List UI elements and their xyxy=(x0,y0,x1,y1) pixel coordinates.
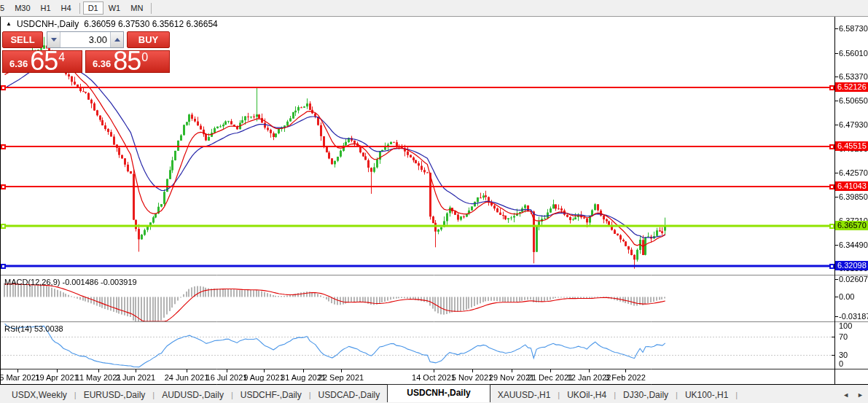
price-axis-label: 6.34490 xyxy=(839,240,868,249)
toolbar-separator xyxy=(151,3,152,14)
timeframe-button-mn[interactable]: MN xyxy=(125,1,148,15)
macd-indicator-label: MACD(12,26,9) -0.001486 -0.003919 xyxy=(4,278,137,286)
rsi-axis-label: 100 xyxy=(839,321,852,330)
one-click-trade-widget: SELL BUY 6.36 65 4 6.36 85 0 xyxy=(2,31,170,73)
symbol-tab-bar: USDX,Weekly|EURUSD-,Daily|AUDUSD-,Daily|… xyxy=(0,385,868,403)
timeframe-button-h4[interactable]: H4 xyxy=(56,1,77,15)
time-axis-label: 25 Mar 2021 xyxy=(0,373,40,382)
volume-decrease-button[interactable] xyxy=(47,32,60,47)
volume-spinner xyxy=(47,31,124,48)
tick-direction-up-icon: ▲ xyxy=(6,20,12,28)
tab-ukoil-h4[interactable]: UKOil-,H4 xyxy=(560,390,614,400)
rsi-indicator-label: RSI(14) 53.0038 xyxy=(4,324,63,333)
tab-usdcnh-daily[interactable]: USDCNH-,Daily xyxy=(387,384,490,402)
time-axis-label: 2 Jun 2021 xyxy=(116,373,155,382)
tab-usdx-weekly[interactable]: USDX,Weekly xyxy=(4,390,74,400)
volume-increase-button[interactable] xyxy=(110,32,123,47)
timeframe-buttons: 5M30H1H4D1W1MN xyxy=(0,0,155,16)
time-axis-label: 19 Apr 2021 xyxy=(35,373,78,382)
rsi-axis-label: 70 xyxy=(839,332,848,341)
price-axis-label: 6.42570 xyxy=(839,168,868,177)
tab-eurusd-daily[interactable]: EURUSD-,Daily xyxy=(77,390,153,400)
buy-price-pip: 0 xyxy=(141,51,148,64)
buy-price-big: 85 xyxy=(113,51,141,71)
timeframe-button-h1[interactable]: H1 xyxy=(36,1,56,15)
timeframe-button-5[interactable]: 5 xyxy=(0,1,9,15)
macd-axis-label: 0.00 xyxy=(839,292,854,301)
tab-scrollers: ◄ ► xyxy=(842,386,864,403)
arrow-down-icon xyxy=(51,38,57,42)
price-axis-label: 6.53370 xyxy=(839,72,868,81)
buy-price-prefix: 6.36 xyxy=(93,58,111,69)
rsi-axis-label: 0 xyxy=(839,359,843,368)
arrow-up-icon xyxy=(114,38,120,42)
price-level-badge: 6.45515 xyxy=(835,141,868,151)
sell-price-pip: 4 xyxy=(58,51,65,64)
chart-ohlc-readout: 6.36059 6.37530 6.35612 6.36654 xyxy=(84,19,218,29)
price-level-badge: 6.52126 xyxy=(835,82,868,92)
price-axis-label: 6.39850 xyxy=(839,192,868,201)
sell-price-big: 65 xyxy=(30,51,58,71)
sell-price-box[interactable]: 6.36 65 4 xyxy=(2,50,82,73)
price-level-badge: 6.32098 xyxy=(835,261,868,270)
time-axis-label: 22 Sep 2021 xyxy=(318,373,364,382)
chart-symbol-label: USDCNH-,Daily xyxy=(17,19,79,29)
time-axis-label: 14 Oct 2021 xyxy=(412,373,455,382)
chart-title: ▲ USDCNH-,Daily 6.36059 6.37530 6.35612 … xyxy=(6,19,218,29)
time-axis-label: 3 Feb 2022 xyxy=(605,373,646,382)
timeframe-button-m30[interactable]: M30 xyxy=(9,1,35,15)
timeframe-button-w1[interactable]: W1 xyxy=(103,1,126,15)
buy-price-box[interactable]: 6.36 85 0 xyxy=(85,50,170,73)
time-axis-label: 24 Jun 2021 xyxy=(165,373,209,382)
sell-price-prefix: 6.36 xyxy=(9,58,28,69)
tab-scroll-right-icon[interactable]: ► xyxy=(857,391,864,399)
time-axis-label: 16 Jul 2021 xyxy=(206,373,248,382)
price-axis-label: 6.58730 xyxy=(839,24,868,33)
time-axis-label: 5 Nov 2021 xyxy=(452,373,493,382)
price-level-badge: 6.41043 xyxy=(835,181,868,191)
tab-uk100-h1[interactable]: UK100-,H1 xyxy=(678,390,735,400)
toolbar-separator xyxy=(79,3,80,14)
rsi-axis-label: 30 xyxy=(839,351,848,359)
time-axis-label: 11 May 2021 xyxy=(76,373,122,382)
macd-axis-label: 0.02607 xyxy=(839,275,868,283)
price-level-badge: 6.36570 xyxy=(835,221,868,230)
timeframe-toolbar: 5M30H1H4D1W1MN xyxy=(0,0,868,17)
time-axis-label: 9 Aug 2021 xyxy=(243,373,284,382)
tab-usdchf-daily[interactable]: USDCHF-,Daily xyxy=(233,390,309,400)
macd-axis-label: -0.031872 xyxy=(839,312,868,321)
tab-dj30-daily[interactable]: DJ30-,Daily xyxy=(616,390,676,400)
tab-scroll-left-icon[interactable]: ◄ xyxy=(842,391,849,399)
tab-xauusd-h1[interactable]: XAUUSD-,H1 xyxy=(490,390,558,400)
tab-usdcad-daily[interactable]: USDCAD-,Daily xyxy=(311,390,388,400)
price-axis-label: 6.47930 xyxy=(839,120,868,129)
volume-input[interactable] xyxy=(60,32,110,47)
price-axis: 6.587306.560106.533706.506506.479306.452… xyxy=(835,16,868,384)
tab-audusd-daily[interactable]: AUDUSD-,Daily xyxy=(155,390,231,400)
tab-separator: | xyxy=(735,391,738,399)
price-axis-label: 6.50650 xyxy=(839,96,868,105)
mt4-window: 5M30H1H4D1W1MN ▲ USDCNH-,Daily 6.36059 6… xyxy=(0,0,868,403)
timeframe-button-d1[interactable]: D1 xyxy=(83,1,103,15)
price-axis-label: 6.56010 xyxy=(839,49,868,58)
